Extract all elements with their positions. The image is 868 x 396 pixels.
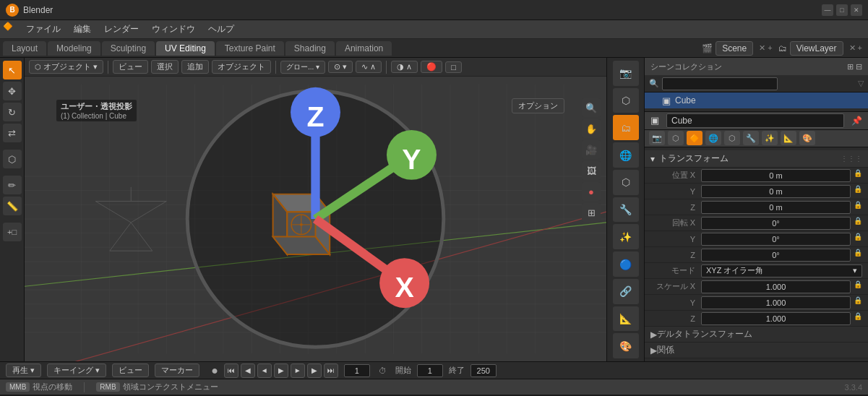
location-z-input[interactable] <box>701 201 851 214</box>
prop-tab-scene[interactable]: 🔶 <box>687 131 702 145</box>
viewport-scene[interactable]: ユーザー・透視投影 (1) Collection | Cube オプション Z … <box>25 77 606 361</box>
sidebar-particles[interactable]: ✨ <box>613 224 639 249</box>
scale-y-input[interactable] <box>701 296 851 309</box>
tool-move[interactable]: ✥ <box>3 82 22 100</box>
rotation-z-input[interactable] <box>701 249 851 262</box>
menu-file[interactable]: ファイル <box>20 22 66 37</box>
prop-tab-output[interactable]: ⬡ <box>668 131 684 145</box>
marker-menu-btn[interactable]: マーカー <box>155 363 199 377</box>
prop-tab-render[interactable]: 📷 <box>649 131 665 145</box>
add-menu-btn[interactable]: 追加 <box>181 60 209 74</box>
location-y-input[interactable] <box>701 185 851 198</box>
jump-start-btn[interactable]: ⏮ <box>224 363 239 378</box>
viewport[interactable]: ⬡ オブジェクト ▾ ビュー 選択 追加 オブジェクト グロー... ▾ ⊙ ▾… <box>25 58 606 361</box>
proportional-btn[interactable]: ∿ ∧ <box>356 61 382 73</box>
zoom-tool[interactable]: 🔍 <box>582 98 601 117</box>
xray-btn[interactable]: □ <box>445 61 462 73</box>
jump-end-btn[interactable]: ⏭ <box>324 363 338 378</box>
prev-frame-btn[interactable]: ◀ <box>241 363 255 378</box>
sidebar-output[interactable]: ⬡ <box>613 88 639 113</box>
sidebar-data[interactable]: 📐 <box>613 306 639 332</box>
next-frame-btn[interactable]: ▶ <box>307 363 322 378</box>
sidebar-object[interactable]: ⬡ <box>613 170 639 195</box>
viewlayer-button[interactable]: ViewLayer <box>790 41 843 56</box>
render-preview-tool[interactable]: 🖼 <box>582 161 601 180</box>
prev-keyframe-btn[interactable]: ◄ <box>257 363 272 378</box>
select-menu-btn[interactable]: 選択 <box>151 60 179 74</box>
overlay-btn[interactable]: ◑ ∧ <box>391 61 418 73</box>
tool-measure[interactable]: 📏 <box>3 197 22 215</box>
frame-current-input[interactable] <box>344 364 370 377</box>
tool-rotate[interactable]: ↻ <box>3 103 22 121</box>
delta-transform-header[interactable]: ▶ デルタトランスフォーム <box>645 327 868 343</box>
prop-tab-material[interactable]: 🎨 <box>799 131 815 145</box>
sidebar-scene[interactable]: 🗂 <box>613 115 639 140</box>
sidebar-constraints[interactable]: 🔗 <box>613 279 639 304</box>
maximize-button[interactable]: □ <box>836 4 848 16</box>
play-btn[interactable]: ▶ <box>274 363 288 378</box>
tool-add[interactable]: +□ <box>3 223 22 241</box>
tab-layout[interactable]: Layout <box>3 41 46 56</box>
view-menu-btn-bottom[interactable]: ビュー <box>112 363 149 377</box>
prop-tab-particles[interactable]: ✨ <box>762 131 778 145</box>
prop-tab-modifier[interactable]: 🔧 <box>743 131 759 145</box>
tab-sculpting[interactable]: Sculpting <box>102 41 155 56</box>
tab-texture-paint[interactable]: Texture Paint <box>216 41 284 56</box>
menu-edit[interactable]: 編集 <box>68 22 97 37</box>
close-button[interactable]: ✕ <box>851 4 862 16</box>
minimize-button[interactable]: — <box>822 4 833 16</box>
grid-tool[interactable]: ⊞ <box>582 203 601 222</box>
rotation-mode-dropdown[interactable]: XYZ オイラー角 ▾ <box>701 264 862 277</box>
tool-cursor[interactable]: ↖ <box>3 61 22 79</box>
scene-button[interactable]: Scene <box>716 41 753 56</box>
sidebar-modifiers[interactable]: 🔧 <box>613 197 639 223</box>
sidebar-world[interactable]: 🌐 <box>613 142 639 168</box>
object-name-input[interactable] <box>666 113 844 128</box>
frame-start-input[interactable] <box>417 364 443 377</box>
relations-arrow: ▶ <box>650 345 657 356</box>
prop-tab-world[interactable]: 🌐 <box>705 131 721 145</box>
tab-uv-editing[interactable]: UV Editing <box>156 41 215 56</box>
keying-menu-btn[interactable]: キーイング ▾ <box>47 363 106 377</box>
scale-x-input[interactable] <box>701 280 851 293</box>
scale-z-lock: 🔒 <box>854 312 862 325</box>
viewport-mode-btn[interactable]: ⬡ オブジェクト ▾ <box>29 60 103 74</box>
navigation-gizmo[interactable]: Z Y X <box>25 77 606 361</box>
tab-shading[interactable]: Shading <box>285 41 335 56</box>
view-label-bottom: ビュー <box>119 366 142 374</box>
transform-header[interactable]: ▾ トランスフォーム ⋮⋮⋮ <box>645 150 868 168</box>
next-keyframe-btn[interactable]: ► <box>291 363 305 378</box>
location-x-input[interactable] <box>701 169 851 182</box>
shading-btn[interactable]: 🔴 <box>421 61 442 73</box>
tool-annotate[interactable]: ✏ <box>3 176 22 194</box>
scale-y-group: 🔒 <box>701 296 862 309</box>
scale-z-input[interactable] <box>701 312 851 325</box>
menu-help[interactable]: ヘルプ <box>202 22 240 37</box>
outliner-cube-item[interactable]: ▣ Cube <box>645 92 868 108</box>
rotation-y-input[interactable] <box>701 233 851 246</box>
pan-tool[interactable]: ✋ <box>582 119 601 138</box>
tab-animation[interactable]: Animation <box>336 41 392 56</box>
relations-header[interactable]: ▶ 関係 <box>645 343 868 358</box>
snap-btn[interactable]: ⊙ ▾ <box>328 61 353 73</box>
tab-modeling[interactable]: Modeling <box>48 41 100 56</box>
tool-transform[interactable]: ⬡ <box>3 150 22 168</box>
transform-btn[interactable]: グロー... ▾ <box>280 61 325 74</box>
tool-scale[interactable]: ⇄ <box>3 124 22 142</box>
rotation-mode-value: XYZ オイラー角 <box>706 265 763 276</box>
red-tool[interactable]: ● <box>582 182 601 201</box>
menu-render[interactable]: レンダー <box>98 22 145 37</box>
prop-tab-data[interactable]: 📐 <box>781 131 796 145</box>
frame-end-input[interactable] <box>470 364 497 377</box>
object-menu-btn[interactable]: オブジェクト <box>212 60 271 74</box>
sidebar-render[interactable]: 📷 <box>613 61 639 86</box>
outliner-search-input[interactable] <box>662 77 778 90</box>
camera-view-tool[interactable]: 🎥 <box>582 140 601 159</box>
sidebar-material[interactable]: 🎨 <box>613 333 639 358</box>
rotation-x-input[interactable] <box>701 217 851 230</box>
prop-tab-object[interactable]: ⬡ <box>724 131 740 145</box>
view-menu-btn[interactable]: ビュー <box>113 60 148 74</box>
sidebar-physics[interactable]: 🔵 <box>613 251 639 277</box>
menu-window[interactable]: ウィンドウ <box>146 22 201 37</box>
playback-menu-btn[interactable]: 再生 ▾ <box>6 363 41 377</box>
